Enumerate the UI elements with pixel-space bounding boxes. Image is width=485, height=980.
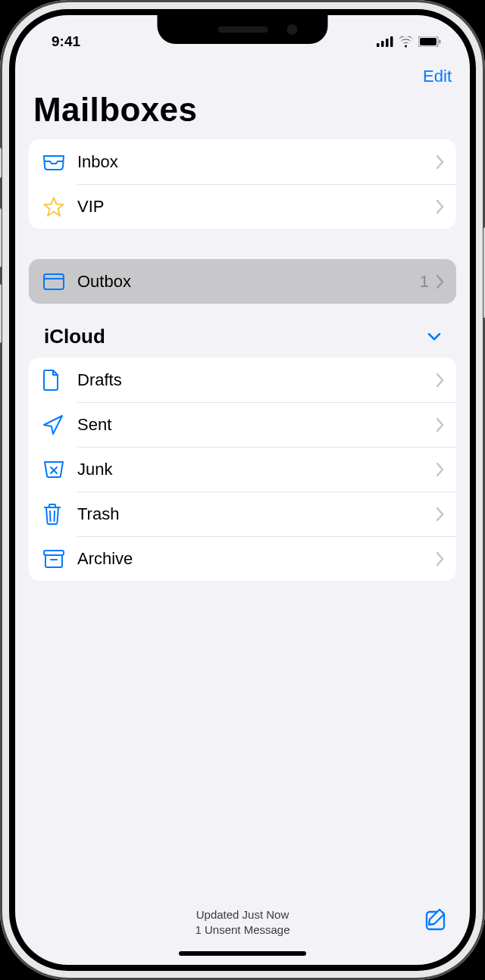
mailbox-vip[interactable]: VIP — [29, 184, 456, 229]
toolbar-status: Updated Just Now 1 Unsent Message — [195, 907, 289, 937]
mailbox-sent[interactable]: Sent — [29, 402, 456, 447]
svg-rect-5 — [420, 38, 436, 45]
svg-rect-2 — [386, 39, 389, 47]
account-folders-group: Drafts Sent — [29, 357, 456, 581]
mailbox-label: VIP — [77, 197, 436, 217]
mailbox-junk[interactable]: Junk — [29, 447, 456, 492]
svg-line-9 — [50, 511, 51, 521]
mailbox-label: Junk — [77, 460, 436, 479]
svg-rect-1 — [381, 41, 384, 47]
chevron-right-icon — [436, 275, 444, 289]
account-header-icloud[interactable]: iCloud — [29, 317, 456, 357]
folder-icon — [42, 273, 77, 291]
account-name: iCloud — [44, 325, 105, 348]
compose-button[interactable] — [424, 907, 449, 932]
mailbox-label: Inbox — [77, 152, 436, 172]
mailbox-label: Archive — [77, 549, 436, 569]
mailbox-label: Outbox — [77, 272, 420, 292]
chevron-down-icon — [427, 332, 441, 341]
compose-icon — [424, 907, 449, 932]
home-indicator[interactable] — [179, 951, 306, 956]
svg-rect-0 — [377, 43, 380, 47]
inbox-icon — [42, 153, 77, 171]
cellular-icon — [377, 36, 393, 47]
chevron-right-icon — [436, 463, 444, 476]
star-icon — [42, 196, 77, 217]
status-updated: Updated Just Now — [195, 907, 289, 922]
mailbox-count: 1 — [420, 272, 429, 292]
chevron-right-icon — [436, 200, 444, 214]
svg-rect-3 — [390, 36, 393, 47]
mailbox-label: Drafts — [77, 370, 436, 390]
svg-rect-6 — [440, 40, 441, 44]
mailbox-outbox[interactable]: Outbox 1 — [29, 259, 456, 304]
chevron-right-icon — [436, 507, 444, 521]
chevron-right-icon — [436, 418, 444, 432]
mailbox-archive[interactable]: Archive — [29, 536, 456, 581]
nav-bar: Edit — [15, 58, 470, 89]
doc-icon — [42, 369, 77, 392]
mailbox-label: Sent — [77, 415, 436, 435]
chevron-right-icon — [436, 552, 444, 566]
svg-rect-11 — [44, 551, 64, 555]
edit-button[interactable]: Edit — [423, 67, 452, 86]
paperplane-icon — [42, 414, 77, 435]
device-notch — [158, 15, 328, 44]
battery-icon — [418, 36, 441, 47]
wifi-icon — [398, 36, 414, 48]
svg-line-10 — [55, 511, 55, 521]
trash-icon — [42, 503, 77, 526]
chevron-right-icon — [436, 373, 444, 387]
mailbox-inbox[interactable]: Inbox — [29, 139, 456, 184]
svg-rect-7 — [44, 274, 64, 289]
junk-icon — [42, 460, 77, 479]
primary-mailboxes-group: Inbox VIP — [29, 139, 456, 229]
mailbox-drafts[interactable]: Drafts — [29, 357, 456, 402]
archive-icon — [42, 549, 77, 569]
status-unsent: 1 Unsent Message — [195, 922, 289, 938]
mailbox-label: Trash — [77, 504, 436, 524]
outbox-group: Outbox 1 — [29, 259, 456, 304]
mailbox-trash[interactable]: Trash — [29, 492, 456, 536]
chevron-right-icon — [436, 155, 444, 169]
page-title: Mailboxes — [15, 89, 470, 139]
status-time: 9:41 — [52, 33, 80, 50]
